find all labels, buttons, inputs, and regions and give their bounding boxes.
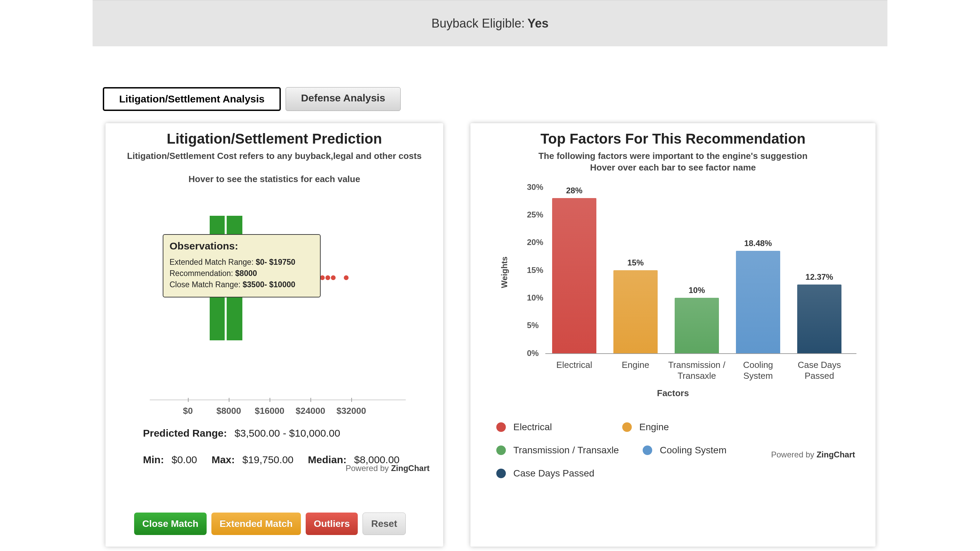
- y-tick: 15%: [527, 265, 543, 275]
- bar-chart[interactable]: Weights 0%5%10%15%20%25%30% 28%15%10%18.…: [508, 187, 860, 357]
- tick: [351, 398, 352, 402]
- category-label: Cooling System: [729, 359, 787, 381]
- predicted-range-value: $3,500.00 - $10,000.00: [234, 427, 340, 439]
- tick-label: $0: [183, 406, 193, 416]
- bar-engine[interactable]: [613, 270, 658, 353]
- tick-label: $16000: [255, 406, 285, 416]
- legend-swatch-icon: [622, 422, 632, 432]
- category-label: Electrical: [545, 359, 603, 371]
- close-match-button[interactable]: Close Match: [134, 513, 207, 535]
- reset-button[interactable]: Reset: [363, 513, 406, 535]
- buyback-value: Yes: [528, 16, 549, 31]
- factors-sub1: The following factors were important to …: [486, 151, 860, 162]
- bar-value-label: 15%: [627, 258, 644, 267]
- prediction-card: Litigation/Settlement Prediction Litigat…: [105, 123, 443, 546]
- tooltip-ext-label: Extended Match Range:: [170, 258, 256, 267]
- tooltip-rec-value: $8000: [235, 269, 257, 278]
- boxplot[interactable]: Observations: Extended Match Range: $0- …: [105, 199, 443, 416]
- tooltip-title: Observations:: [170, 240, 314, 252]
- outliers-button[interactable]: Outliers: [305, 513, 358, 535]
- tick: [270, 398, 270, 402]
- bar-value-label: 12.37%: [805, 272, 833, 282]
- legend-label: Engine: [639, 422, 669, 433]
- category-label: Transmission / Transaxle: [668, 359, 726, 381]
- buyback-banner: Buyback Eligible: Yes: [92, 0, 888, 46]
- bar-cooling-system[interactable]: [736, 251, 780, 353]
- prediction-sub2: Hover to see the statistics for each val…: [105, 173, 443, 185]
- factors-sub2: Hover over each bar to see factor name: [486, 162, 860, 173]
- category-label: Engine: [606, 359, 665, 371]
- factors-title: Top Factors For This Recommendation: [486, 131, 860, 147]
- legend-item[interactable]: Cooling System: [643, 445, 745, 456]
- predicted-range-label: Predicted Range:: [143, 427, 227, 439]
- observations-tooltip: Observations: Extended Match Range: $0- …: [163, 234, 321, 297]
- outlier-dot: [325, 275, 330, 280]
- y-axis-label: Weights: [500, 256, 509, 288]
- legend-item[interactable]: Transmission / Transaxle: [496, 445, 619, 456]
- min-label: Min:: [143, 454, 164, 465]
- bar-electrical[interactable]: [552, 198, 597, 353]
- tick: [310, 398, 311, 402]
- outlier-dot: [320, 275, 325, 280]
- powered-by: Powered by ZingChart: [345, 464, 430, 473]
- legend-label: Electrical: [513, 422, 552, 433]
- bar-value-label: 10%: [689, 286, 705, 295]
- factors-card: Top Factors For This Recommendation The …: [471, 123, 875, 546]
- outlier-dot: [344, 275, 348, 280]
- y-tick: 30%: [527, 183, 543, 192]
- y-tick: 5%: [527, 321, 539, 330]
- tab-bar: Litigation/Settlement Analysis Defense A…: [103, 87, 980, 111]
- tick-label: $8000: [216, 406, 241, 416]
- y-tick: 20%: [527, 238, 543, 247]
- tick: [188, 398, 189, 402]
- tick-label: $24000: [296, 406, 325, 416]
- tooltip-ext-value: $0- $19750: [256, 258, 295, 267]
- min-value: $0.00: [172, 454, 197, 465]
- prediction-sub1: Litigation/Settlement Cost refers to any…: [105, 151, 443, 162]
- x-axis-line: [545, 353, 856, 354]
- tick-label: $32000: [337, 406, 366, 416]
- legend-item[interactable]: Electrical: [496, 422, 598, 433]
- tooltip-rec-label: Recommendation:: [170, 269, 235, 278]
- extended-match-button[interactable]: Extended Match: [212, 513, 301, 535]
- max-value: $19,750.00: [242, 454, 293, 465]
- legend-item[interactable]: Engine: [622, 422, 724, 433]
- legend-swatch-icon: [643, 446, 652, 455]
- category-label: Case Days Passed: [791, 359, 848, 381]
- legend-swatch-icon: [496, 422, 506, 432]
- tick: [229, 398, 229, 402]
- tooltip-close-label: Close Match Range:: [170, 280, 243, 289]
- y-tick: 10%: [527, 293, 543, 303]
- plot-area: 28%15%10%18.48%12.37%: [545, 187, 856, 354]
- bar-case-days-passed[interactable]: [797, 284, 842, 353]
- y-tick: 25%: [527, 210, 543, 219]
- outlier-dot: [331, 275, 336, 280]
- y-tick: 0%: [527, 348, 539, 358]
- button-row: Close Match Extended Match Outliers Rese…: [134, 513, 406, 535]
- buyback-label: Buyback Eligible:: [431, 16, 525, 31]
- legend-label: Cooling System: [660, 445, 726, 456]
- powered-by: Powered by ZingChart: [771, 450, 855, 459]
- legend-item[interactable]: Case Days Passed: [496, 468, 598, 479]
- bar-value-label: 18.48%: [744, 238, 772, 248]
- tooltip-close-value: $3500- $10000: [243, 280, 296, 289]
- x-axis-label: Factors: [486, 388, 860, 399]
- legend-label: Case Days Passed: [513, 468, 594, 479]
- max-label: Max:: [212, 454, 234, 465]
- legend-swatch-icon: [496, 446, 506, 455]
- bar-transmission-transaxle[interactable]: [675, 298, 719, 353]
- median-label: Median:: [308, 454, 347, 465]
- legend-label: Transmission / Transaxle: [513, 445, 619, 456]
- bar-value-label: 28%: [566, 186, 582, 195]
- tab-defense-analysis[interactable]: Defense Analysis: [286, 87, 400, 111]
- tab-litigation-analysis[interactable]: Litigation/Settlement Analysis: [103, 87, 281, 111]
- legend-swatch-icon: [496, 468, 506, 478]
- prediction-title: Litigation/Settlement Prediction: [105, 131, 443, 147]
